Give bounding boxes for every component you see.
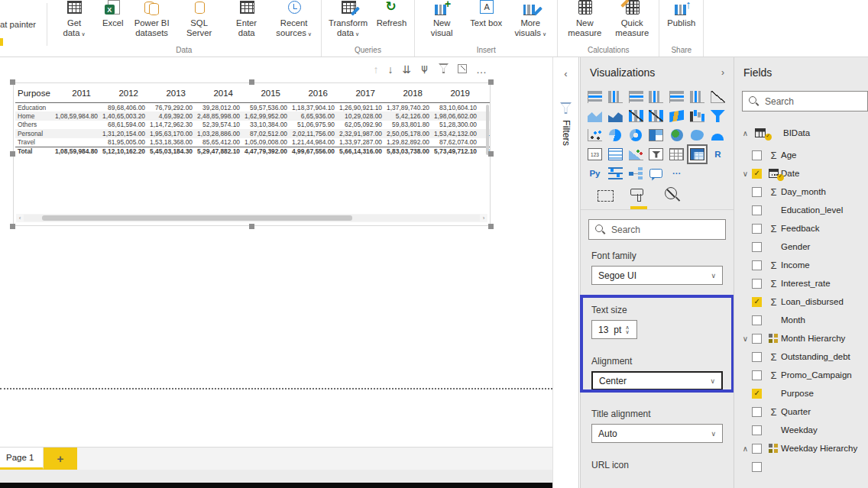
- drill-up-icon[interactable]: ↑: [374, 63, 379, 76]
- funnel-chart-icon[interactable]: [710, 108, 726, 124]
- excel-button[interactable]: Excel: [98, 0, 128, 28]
- pie-chart-icon[interactable]: [607, 128, 623, 143]
- scroll-left-arrow-icon[interactable]: ‹: [16, 215, 24, 221]
- map-icon[interactable]: [669, 128, 685, 143]
- matrix-icon[interactable]: [689, 147, 705, 162]
- field-item-outstanding_debt[interactable]: ΣOutstanding_debt: [739, 347, 868, 366]
- field-item-interest_rate[interactable]: ΣInterest_rate: [739, 274, 868, 292]
- stacked-column-chart-icon[interactable]: [607, 89, 623, 105]
- drill-down-icon[interactable]: ↓: [388, 63, 394, 76]
- r-script-visual-icon[interactable]: R: [710, 147, 726, 162]
- field-item-age[interactable]: ΣAge: [739, 146, 868, 164]
- line-chart-icon[interactable]: [710, 89, 726, 105]
- scatter-chart-icon[interactable]: [587, 128, 603, 143]
- selection-handle[interactable]: [249, 79, 254, 85]
- expand-next-level-icon[interactable]: ⋔: [420, 63, 429, 76]
- field-item-education_level[interactable]: Education_level: [739, 201, 868, 219]
- text-size-stepper[interactable]: 13 pt ∧∨: [591, 320, 637, 339]
- key-influencers-icon[interactable]: [607, 166, 623, 181]
- font-family-select[interactable]: Segoe UI ∨: [591, 266, 723, 285]
- title-alignment-select[interactable]: Auto ∨: [591, 424, 723, 443]
- line-and-clustered-column-chart-icon[interactable]: [648, 108, 664, 124]
- field-item-date[interactable]: ∨Date: [739, 164, 868, 183]
- field-item-day_month[interactable]: ΣDay_month: [739, 183, 868, 201]
- clustered-bar-chart-icon[interactable]: [628, 89, 644, 105]
- collapse-chevron-icon[interactable]: ∧: [739, 444, 752, 453]
- collapse-chevron-icon[interactable]: ∧: [739, 129, 752, 137]
- card-icon[interactable]: 123: [587, 147, 603, 162]
- new-page-button[interactable]: +: [44, 448, 77, 470]
- decomposition-tree-icon[interactable]: [628, 166, 644, 181]
- slicer-icon[interactable]: [648, 147, 664, 162]
- field-item-quarter[interactable]: ΣQuarter: [739, 402, 868, 421]
- text-box-button[interactable]: Text box: [465, 0, 507, 28]
- refresh-button[interactable]: Refresh: [372, 0, 412, 28]
- gauge-icon[interactable]: [710, 128, 726, 143]
- field-checkbox[interactable]: [752, 242, 762, 252]
- field-item-promo_campaign[interactable]: ΣPromo_Campaign: [739, 366, 868, 384]
- field-checkbox[interactable]: [752, 315, 762, 325]
- scrollbar-track[interactable]: [24, 215, 480, 221]
- stepper-arrows[interactable]: ∧∨: [625, 325, 629, 334]
- field-checkbox[interactable]: [752, 352, 762, 362]
- selection-handle[interactable]: [10, 151, 15, 157]
- format-search-input[interactable]: [611, 225, 719, 235]
- field-checkbox[interactable]: [752, 462, 762, 472]
- power-bi-datasets-button[interactable]: Power BI datasets: [128, 0, 176, 38]
- 100-stacked-column-chart-icon[interactable]: [689, 89, 705, 105]
- expand-filters-chevron-icon[interactable]: ‹: [553, 68, 578, 79]
- area-chart-icon[interactable]: [587, 108, 603, 124]
- field-item-purpose[interactable]: Purpose: [739, 384, 868, 402]
- selection-handle[interactable]: [488, 224, 494, 229]
- field-item-income[interactable]: ΣIncome: [739, 256, 868, 274]
- sql-server-button[interactable]: SQL Server: [176, 0, 223, 38]
- field-item-bidata[interactable]: ∧BIData: [739, 124, 868, 142]
- more-visuals-button[interactable]: More visuals: [507, 0, 554, 39]
- python-visual-icon[interactable]: Py: [587, 166, 603, 181]
- fields-format-tab-fields[interactable]: [598, 190, 614, 209]
- field-checkbox[interactable]: [752, 370, 762, 380]
- new-visual-button[interactable]: New visual: [418, 0, 465, 38]
- field-checkbox[interactable]: [752, 169, 762, 179]
- recent-sources-button[interactable]: Recent sources: [270, 0, 318, 39]
- report-canvas[interactable]: ↑↓⇊⋔… Purpose201120122013201420152016201…: [0, 57, 552, 488]
- filters-pane-title[interactable]: Filters: [561, 120, 572, 146]
- filters-funnel-icon[interactable]: [560, 102, 572, 114]
- field-checkbox[interactable]: [752, 279, 762, 289]
- expand-chevron-icon[interactable]: ∨: [739, 334, 752, 343]
- selection-handle[interactable]: [249, 224, 254, 229]
- collapse-visualizations-chevron-icon[interactable]: ›: [721, 67, 724, 78]
- field-item-feedback[interactable]: ΣFeedback: [739, 219, 868, 238]
- fields-search-box[interactable]: [742, 91, 868, 111]
- selection-handle[interactable]: [10, 79, 15, 85]
- field-checkbox[interactable]: [752, 444, 762, 454]
- field-checkbox[interactable]: [752, 334, 762, 344]
- field-checkbox[interactable]: [752, 224, 762, 234]
- kpi-icon[interactable]: [628, 147, 644, 162]
- page-tab[interactable]: Page 1: [0, 448, 44, 470]
- field-item-weekday[interactable]: Weekday: [739, 421, 868, 439]
- qa-visual-icon[interactable]: [648, 166, 664, 181]
- quick-measure-button[interactable]: Quick measure: [608, 0, 656, 38]
- field-item-weekday-hierarchy[interactable]: ∧Weekday Hierarchy: [739, 439, 868, 457]
- focus-mode-icon[interactable]: [458, 63, 467, 76]
- visual-vertical-scrollbar[interactable]: [486, 105, 489, 155]
- field-item-month[interactable]: Month: [739, 311, 868, 329]
- field-checkbox[interactable]: [752, 297, 762, 307]
- selection-handle[interactable]: [488, 151, 494, 157]
- stacked-area-chart-icon[interactable]: [607, 108, 623, 124]
- go-to-next-level-icon[interactable]: ⇊: [403, 63, 412, 76]
- fields-search-input[interactable]: [765, 96, 861, 107]
- waterfall-chart-icon[interactable]: [689, 108, 705, 124]
- table-icon[interactable]: [669, 147, 685, 162]
- get-data-button[interactable]: Get data: [50, 0, 98, 39]
- scrollbar-thumb[interactable]: [42, 215, 352, 221]
- new-measure-button[interactable]: New measure: [561, 0, 608, 38]
- field-checkbox[interactable]: [752, 150, 762, 160]
- format-search-box[interactable]: [588, 219, 726, 240]
- filter-icon[interactable]: [439, 63, 449, 76]
- field-checkbox[interactable]: [752, 389, 762, 399]
- transform-data-button[interactable]: Transform data: [325, 0, 372, 39]
- expand-chevron-icon[interactable]: ∨: [739, 170, 752, 178]
- donut-chart-icon[interactable]: [628, 128, 644, 143]
